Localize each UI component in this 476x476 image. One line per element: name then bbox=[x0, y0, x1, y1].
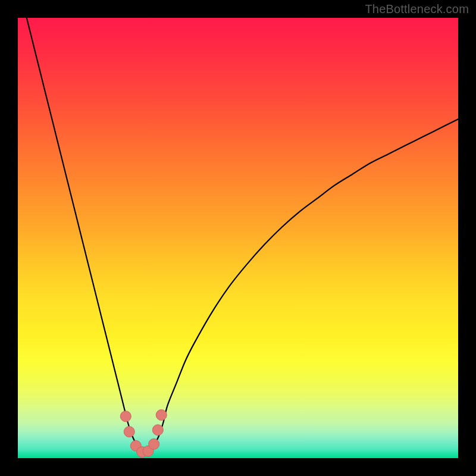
marker-point bbox=[120, 411, 131, 422]
bottleneck-chart bbox=[18, 18, 458, 458]
watermark-text: TheBottleneck.com bbox=[365, 2, 469, 16]
marker-point bbox=[152, 425, 163, 436]
marker-point bbox=[156, 409, 167, 420]
marker-point bbox=[124, 427, 134, 437]
curve-path bbox=[18, 18, 458, 454]
marker-point bbox=[149, 439, 159, 449]
markers-group bbox=[120, 409, 167, 457]
chart-gradient-background bbox=[18, 18, 458, 458]
